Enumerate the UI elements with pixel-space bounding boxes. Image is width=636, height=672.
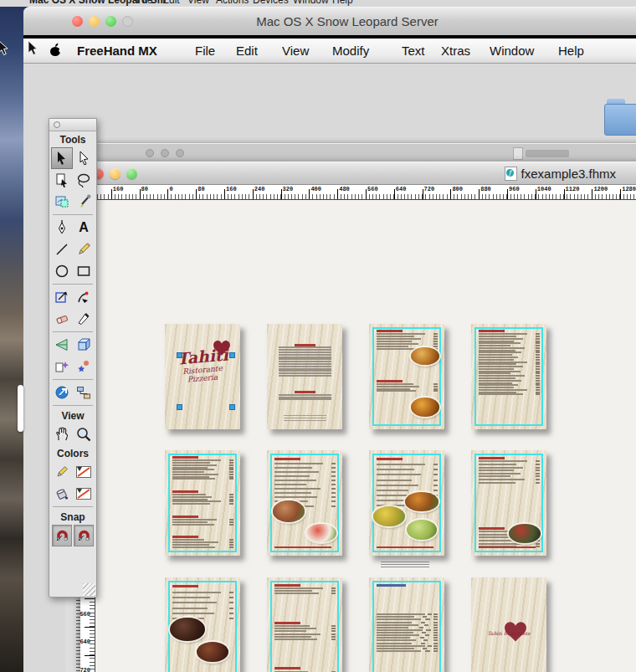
tool-page-icon[interactable] bbox=[51, 169, 73, 191]
host-menu-item[interactable]: View bbox=[187, 0, 209, 6]
doc-zoom-button[interactable] bbox=[126, 168, 137, 179]
tool-text-icon[interactable]: A bbox=[73, 217, 95, 239]
inactive-zoom-button[interactable] bbox=[176, 149, 184, 157]
page-thumbnail[interactable] bbox=[369, 450, 444, 556]
menu-item-line bbox=[377, 338, 438, 340]
price-line bbox=[424, 624, 428, 626]
item-text-line bbox=[377, 645, 425, 647]
menu-item-text[interactable]: Text bbox=[402, 44, 425, 58]
page-thumbnail[interactable] bbox=[267, 450, 342, 556]
document-title-text: fxexample3.fhmx bbox=[521, 167, 616, 181]
tool-pencil-icon[interactable] bbox=[73, 239, 95, 260]
spacer bbox=[377, 665, 438, 672]
page-thumbnail[interactable] bbox=[369, 324, 444, 429]
menu-item-view[interactable]: View bbox=[282, 44, 309, 58]
tool-eraser-icon[interactable] bbox=[51, 308, 73, 330]
color-none-swatch[interactable] bbox=[76, 466, 91, 478]
page-thumbnail[interactable] bbox=[471, 324, 546, 429]
tool-extrude-icon[interactable] bbox=[73, 334, 95, 356]
host-menu-item[interactable]: Window bbox=[293, 0, 329, 6]
page-thumbnail[interactable]: TahitiRistorantePizzeria bbox=[165, 324, 240, 429]
selection-handle[interactable] bbox=[177, 352, 182, 358]
menu-item-line bbox=[479, 341, 540, 342]
selection-handle[interactable] bbox=[229, 352, 235, 358]
tool-trace-icon[interactable] bbox=[51, 191, 73, 213]
scrollbar-thumb[interactable] bbox=[18, 385, 23, 432]
page-thumbnail[interactable]: Tahiti Ristorante bbox=[471, 577, 546, 672]
tool-zoom-icon[interactable] bbox=[73, 423, 95, 445]
tool-lasso-icon[interactable] bbox=[73, 169, 95, 191]
tool-connector-icon[interactable] bbox=[73, 382, 95, 403]
folder-icon[interactable] bbox=[604, 104, 636, 136]
tool-perspective-icon[interactable] bbox=[51, 334, 73, 356]
tool-pen-icon[interactable] bbox=[51, 217, 73, 239]
host-menu-item[interactable]: Edit bbox=[162, 0, 180, 6]
tool-row bbox=[49, 286, 96, 308]
spacer bbox=[377, 587, 438, 600]
tool-knife-icon[interactable] bbox=[73, 308, 95, 330]
menu-item-help[interactable]: Help bbox=[558, 44, 584, 58]
tool-scale-icon[interactable] bbox=[51, 286, 73, 308]
menu-item-line bbox=[377, 341, 438, 342]
tool-rectangle-icon[interactable] bbox=[73, 260, 95, 282]
price-line bbox=[425, 634, 429, 636]
pasteboard-canvas[interactable]: TahitiRistorantePizzeria Tahiti Ristoran… bbox=[95, 200, 636, 672]
tool-eyedropper-icon[interactable] bbox=[73, 191, 95, 213]
tool-subselect-icon[interactable] bbox=[73, 147, 95, 169]
menu-item-xtras[interactable]: Xtras bbox=[441, 44, 470, 58]
menu-item-file[interactable]: File bbox=[195, 44, 215, 58]
tool-snap-to-point-icon[interactable] bbox=[52, 525, 72, 546]
page-thumbnail[interactable] bbox=[471, 450, 546, 556]
page-content bbox=[274, 583, 336, 672]
menu-item-line bbox=[172, 500, 233, 502]
page-thumbnail[interactable] bbox=[165, 450, 240, 556]
host-menu-item[interactable]: Help bbox=[332, 0, 353, 6]
guest-desktop[interactable]: 163248 ƒ fxexample3.fhmx 240160800801602… bbox=[23, 64, 636, 672]
color-none-swatch[interactable] bbox=[76, 488, 91, 500]
menu-item-modify[interactable]: Modify bbox=[332, 44, 369, 58]
host-menubar[interactable]: Mac OS X Snow Leopard SmFileEditViewActi… bbox=[0, 0, 636, 7]
page-thumbnail[interactable] bbox=[267, 324, 342, 429]
document-titlebar[interactable]: ƒ fxexample3.fhmx bbox=[80, 162, 636, 185]
apple-menu-icon[interactable] bbox=[49, 43, 62, 57]
tool-blend-icon[interactable] bbox=[51, 356, 73, 377]
menu-item-line bbox=[172, 592, 233, 593]
menu-item-edit[interactable]: Edit bbox=[236, 44, 258, 58]
doc-minimize-button[interactable] bbox=[110, 168, 121, 179]
page-thumbnail[interactable] bbox=[267, 577, 342, 672]
menu-item-line bbox=[479, 345, 540, 346]
item-text-line bbox=[377, 648, 414, 649]
price-line bbox=[536, 384, 540, 386]
inactive-minimize-button[interactable] bbox=[161, 149, 169, 157]
host-menu-item[interactable]: File bbox=[136, 0, 152, 6]
tools-palette-titlebar[interactable] bbox=[49, 119, 96, 131]
palette-resize-grip[interactable] bbox=[83, 583, 95, 596]
tool-pointer-icon[interactable] bbox=[51, 147, 73, 169]
host-menu-item[interactable]: Devices bbox=[253, 0, 289, 6]
page-content bbox=[274, 330, 336, 422]
tool-snap-to-guides-icon[interactable] bbox=[74, 525, 94, 546]
tool-hand-icon[interactable] bbox=[51, 423, 73, 445]
selection-handle[interactable] bbox=[229, 404, 235, 410]
tool-line-icon[interactable] bbox=[51, 239, 73, 260]
tool-stroke-pencil-icon[interactable] bbox=[51, 461, 73, 483]
h-ruler-label: 560 bbox=[367, 186, 378, 192]
tool-graphic-hose-icon[interactable] bbox=[73, 356, 95, 377]
tool-row: A bbox=[49, 217, 96, 239]
page-thumbnail[interactable] bbox=[165, 577, 240, 672]
menu-app-name[interactable]: FreeHand MX bbox=[77, 44, 157, 58]
vm-titlebar[interactable]: Mac OS X Snow Leopard Server bbox=[23, 7, 636, 35]
tool-ellipse-icon[interactable] bbox=[51, 260, 73, 282]
text-line bbox=[279, 370, 331, 372]
menu-item-line bbox=[377, 383, 438, 385]
selection-handle[interactable] bbox=[177, 404, 182, 410]
page-thumbnail[interactable] bbox=[369, 577, 444, 672]
host-menu-item[interactable]: Actions bbox=[216, 0, 249, 6]
menu-item-window[interactable]: Window bbox=[490, 44, 534, 58]
tool-action-icon[interactable] bbox=[51, 382, 73, 403]
palette-close-icon[interactable] bbox=[54, 121, 60, 128]
inactive-close-button[interactable] bbox=[146, 149, 154, 157]
tool-fill-bucket-icon[interactable] bbox=[51, 483, 73, 505]
tool-freeform-icon[interactable] bbox=[73, 286, 95, 308]
item-text-line bbox=[172, 597, 210, 598]
